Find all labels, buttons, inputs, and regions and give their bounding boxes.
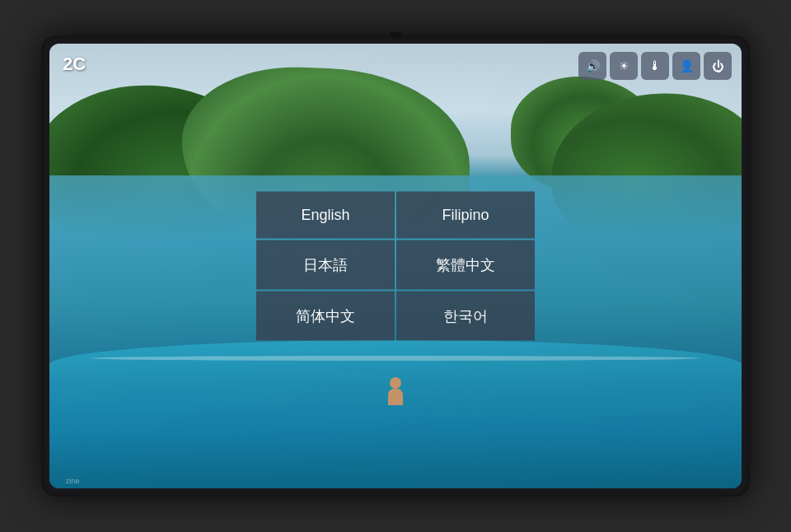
person-silhouette bbox=[387, 377, 404, 406]
lang-filipino-button[interactable]: Filipino bbox=[396, 192, 535, 239]
temperature-button[interactable]: 🌡 bbox=[641, 52, 669, 80]
seat-label: 2C bbox=[63, 54, 86, 75]
lang-traditional-chinese-button[interactable]: 繁體中文 bbox=[396, 240, 535, 290]
language-selection: English Filipino 日本語 繁體中文 简体中文 한국어 bbox=[256, 192, 535, 341]
pool-edge bbox=[91, 356, 700, 361]
lang-simplified-chinese-button[interactable]: 简体中文 bbox=[256, 292, 395, 341]
temperature-icon: 🌡 bbox=[648, 58, 662, 73]
ife-screen: 2C 🔊 ☀ 🌡 👤 ⏻ English Filipino 日本語 繁體 bbox=[49, 44, 742, 488]
lang-japanese-button[interactable]: 日本語 bbox=[256, 240, 395, 290]
watermark: zine bbox=[66, 477, 80, 485]
power-icon: ⏻ bbox=[712, 59, 724, 73]
controls-bar: 🔊 ☀ 🌡 👤 ⏻ bbox=[578, 52, 732, 80]
brightness-icon: ☀ bbox=[619, 59, 630, 72]
lang-korean-button[interactable]: 한국어 bbox=[396, 292, 535, 341]
brightness-button[interactable]: ☀ bbox=[610, 52, 638, 80]
crew-call-button[interactable]: 👤 bbox=[672, 52, 700, 80]
power-button[interactable]: ⏻ bbox=[704, 52, 732, 80]
camera-bump bbox=[390, 32, 401, 39]
lang-english-button[interactable]: English bbox=[256, 192, 395, 239]
volume-button[interactable]: 🔊 bbox=[578, 52, 606, 80]
pool bbox=[49, 340, 742, 488]
screen-frame: 2C 🔊 ☀ 🌡 👤 ⏻ English Filipino 日本語 繁體 bbox=[41, 35, 750, 497]
volume-icon: 🔊 bbox=[586, 59, 600, 72]
crew-icon: 👤 bbox=[680, 59, 694, 72]
